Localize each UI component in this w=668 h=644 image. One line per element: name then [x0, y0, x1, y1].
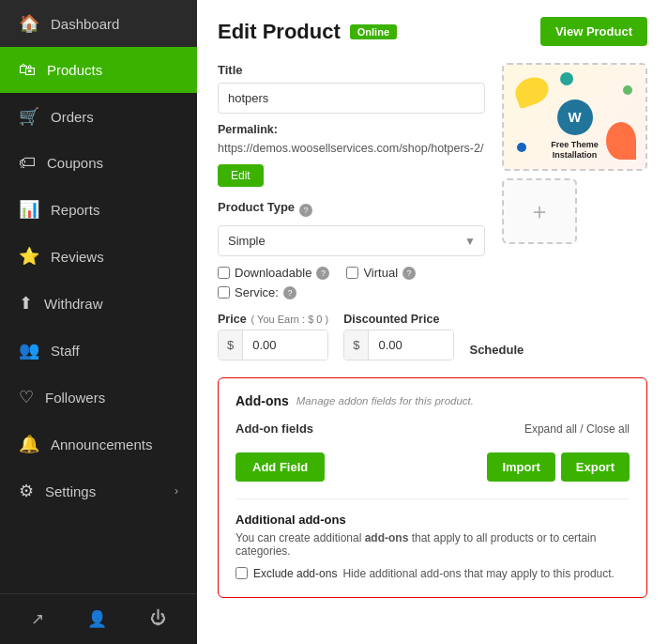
sidebar-label-reports: Reports [51, 202, 100, 218]
sidebar-item-dashboard[interactable]: 🏠 Dashboard [0, 0, 197, 47]
main-product-image[interactable]: W Free ThemeInstallation [502, 63, 647, 171]
reviews-icon: ⭐ [19, 246, 39, 267]
sidebar-item-settings[interactable]: ⚙ Settings › [0, 468, 197, 514]
exclude-row: Exclude add-ons Hide additional add-ons … [235, 567, 630, 580]
sidebar-label-orders: Orders [51, 109, 94, 125]
downloadable-help-icon[interactable]: ? [316, 267, 329, 280]
downloadable-checkbox-item[interactable]: Downloadable ? [218, 266, 329, 280]
discounted-price-label: Discounted Price [343, 313, 439, 326]
additional-addons-title: Additional add-ons [235, 513, 630, 527]
sidebar-item-products[interactable]: 🛍 Products [0, 47, 197, 93]
sidebar-item-coupons[interactable]: 🏷 Coupons [0, 140, 197, 186]
discounted-price-group: Discounted Price $ [343, 313, 454, 360]
addon-fields-row: Add-on fields Expand all / Close all [235, 422, 630, 436]
addon-fields-label: Add-on fields [235, 422, 313, 436]
virtual-label: Virtual [363, 266, 398, 280]
title-image-row: Title Permalink: https://demos.woosellse… [218, 63, 647, 299]
downloadable-checkbox[interactable] [218, 267, 230, 279]
additional-addons-desc: You can create additional add-ons that a… [235, 531, 630, 558]
sidebar-item-reviews[interactable]: ⭐ Reviews [0, 233, 197, 280]
downloadable-label: Downloadable [235, 266, 311, 280]
add-image-button[interactable]: ＋ [502, 178, 577, 244]
power-icon[interactable]: ⏻ [150, 609, 166, 629]
online-badge: Online [350, 24, 397, 39]
sidebar-item-followers[interactable]: ♡ Followers [0, 374, 197, 421]
addons-title-text: Add-ons [235, 393, 289, 408]
exclude-addons-checkbox[interactable] [235, 567, 248, 579]
sidebar-footer: ↗ 👤 ⏻ [0, 593, 197, 644]
sidebar-item-reports[interactable]: 📊 Reports [0, 186, 197, 233]
sidebar-item-withdraw[interactable]: ⬆ Withdraw [0, 280, 197, 327]
page-title: Edit Product [218, 20, 341, 44]
view-product-button[interactable]: View Product [540, 17, 647, 46]
additional-addons-section: Additional add-ons You can create additi… [235, 498, 630, 580]
page-header-left: Edit Product Online [218, 20, 397, 44]
dashboard-icon: 🏠 [19, 13, 39, 34]
permalink-label: Permalink: [218, 123, 278, 136]
settings-icon: ⚙ [19, 481, 34, 501]
chevron-right-icon: › [175, 484, 178, 498]
sidebar-label-staff: Staff [51, 343, 80, 359]
coupons-icon: 🏷 [19, 153, 36, 173]
sidebar-item-announcements[interactable]: 🔔 Announcements [0, 421, 197, 468]
service-checkbox[interactable] [218, 286, 230, 299]
title-input[interactable] [218, 83, 485, 114]
permalink-edit-button[interactable]: Edit [218, 164, 264, 187]
sidebar-label-withdraw: Withdraw [44, 296, 103, 312]
virtual-checkbox-item[interactable]: Virtual ? [346, 266, 416, 280]
page-header: Edit Product Online View Product [218, 17, 647, 46]
product-image-inner: W Free ThemeInstallation [504, 65, 645, 169]
product-type-section: Product Type ? Simple Variable Grouped E… [218, 200, 485, 256]
orange-shape [606, 122, 636, 160]
announcements-icon: 🔔 [19, 434, 39, 454]
service-checkbox-item[interactable]: Service: ? [218, 285, 296, 299]
price-currency: $ [219, 330, 243, 360]
profile-icon[interactable]: 👤 [87, 609, 107, 629]
service-checkbox-row: Service: ? [218, 285, 485, 299]
add-field-button[interactable]: Add Field [235, 452, 325, 482]
sidebar-label-followers: Followers [45, 390, 105, 406]
discounted-price-input[interactable] [369, 330, 453, 360]
products-icon: 🛍 [19, 60, 36, 80]
expand-close-link[interactable]: Expand all / Close all [524, 422, 630, 436]
sidebar-label-products: Products [47, 62, 102, 78]
schedule-group: Schedule [469, 318, 524, 360]
virtual-help-icon[interactable]: ? [402, 267, 416, 280]
teal-dot [560, 72, 573, 85]
price-input[interactable] [243, 330, 327, 360]
product-type-select[interactable]: Simple Variable Grouped External/Affilia… [218, 225, 485, 256]
virtual-checkbox[interactable] [346, 267, 358, 279]
sidebar-item-staff[interactable]: 👥 Staff [0, 327, 197, 374]
green-dot [623, 85, 632, 95]
sidebar: 🏠 Dashboard 🛍 Products 🛒 Orders 🏷 Coupon… [0, 0, 197, 644]
service-help-icon[interactable]: ? [283, 286, 296, 299]
price-section: Price ( You Earn : $ 0 ) $ Discounted Pr… [218, 313, 647, 360]
checkbox-row: Downloadable ? Virtual ? [218, 266, 485, 280]
price-group: Price ( You Earn : $ 0 ) $ [218, 313, 328, 360]
sidebar-label-coupons: Coupons [47, 155, 103, 171]
import-button[interactable]: Import [487, 452, 554, 482]
sidebar-label-announcements: Announcements [51, 437, 152, 452]
title-label: Title [218, 63, 485, 77]
overlay-text: Free ThemeInstallation [551, 140, 599, 161]
addon-buttons-row: Add Field Import Export [235, 452, 630, 482]
sidebar-label-settings: Settings [45, 483, 96, 499]
addons-section: Add-ons Manage addon fields for this pro… [218, 377, 647, 598]
additional-desc-text1: You can create additional [235, 531, 365, 544]
export-button[interactable]: Export [561, 452, 630, 482]
plus-icon: ＋ [528, 196, 551, 226]
schedule-link[interactable]: Schedule [469, 343, 524, 360]
price-earn-label: ( You Earn : $ 0 ) [251, 314, 329, 325]
orders-icon: 🛒 [19, 106, 39, 127]
exit-icon[interactable]: ↗ [31, 609, 44, 629]
product-type-select-wrap: Simple Variable Grouped External/Affilia… [218, 225, 485, 256]
additional-desc-bold: add-ons [365, 531, 409, 544]
sidebar-item-orders[interactable]: 🛒 Orders [0, 93, 197, 140]
exclude-desc: Hide additional add-ons that may apply t… [342, 567, 615, 580]
discounted-currency: $ [344, 330, 369, 360]
sidebar-label-dashboard: Dashboard [51, 16, 119, 32]
yellow-shape [511, 73, 552, 110]
product-type-help-icon[interactable]: ? [299, 204, 312, 217]
title-field-group: Title [218, 63, 485, 114]
discounted-price-input-wrap: $ [343, 330, 454, 360]
